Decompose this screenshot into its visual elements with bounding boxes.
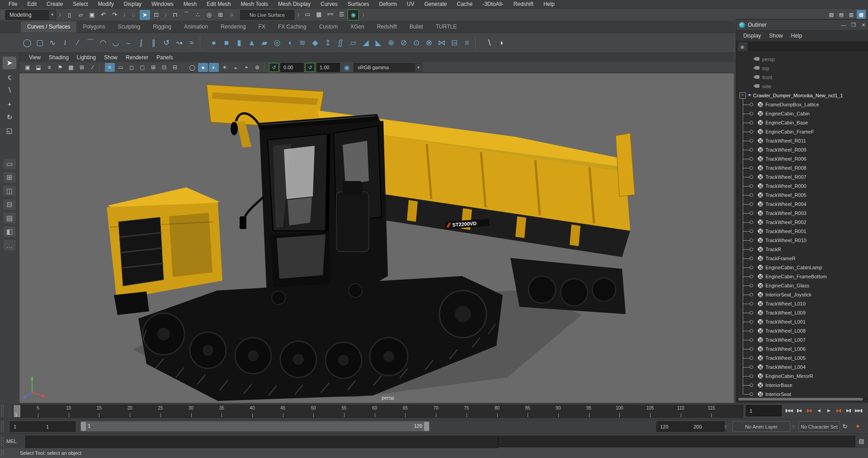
gate-mask-icon[interactable]: ▢ [137, 63, 147, 72]
new-scene-icon[interactable]: ▯ [64, 10, 75, 20]
outliner-item-persp[interactable]: persp [736, 55, 868, 64]
two-d-pan-zoom-icon[interactable]: ⊞ [77, 63, 87, 72]
outliner-item-interiorseat-joystick[interactable]: InteriorSeat_Joystick [736, 290, 868, 299]
pencil-curve-tool-icon[interactable]: ∕ [71, 35, 84, 51]
outliner-item-trackwheel-l009[interactable]: TrackWheel_L009 [736, 308, 868, 317]
outliner-titlebar[interactable]: Outliner — ❒ ✕ [736, 19, 868, 31]
outliner-item-trackframer[interactable]: TrackFrameR [736, 254, 868, 263]
maximize-icon[interactable]: ❒ [849, 21, 859, 29]
paint-effects-brush-icon[interactable]: ∖ [483, 35, 495, 51]
grid-icon[interactable]: ⌗ [105, 63, 115, 72]
make-object-live-icon[interactable]: ○ [226, 10, 237, 20]
current-frame-marker[interactable]: 1 [14, 405, 20, 417]
shelf-tab-turtle[interactable]: TURTLE [429, 21, 463, 33]
menu-surfaces[interactable]: Surfaces [343, 0, 374, 8]
chevron-down-icon[interactable]: ▽ [724, 425, 727, 429]
revolve-icon[interactable]: ◖ [283, 35, 296, 51]
outliner-item-enginecabin-mirrorr[interactable]: EngineCabin_MirrorR [736, 372, 868, 381]
menu-cache[interactable]: Cache [452, 0, 477, 8]
image-plane-icon[interactable]: ▦ [66, 63, 76, 72]
perspective-viewport[interactable]: ViewShadingLightingShowRendererPanels ▣⬓… [19, 53, 734, 403]
menu-set-dropdown[interactable]: Modeling ▼ [5, 10, 56, 20]
view-transform-icon[interactable]: ◉ [342, 63, 352, 72]
insert-isoparm-icon[interactable]: ≡ [461, 35, 473, 51]
smooth-shade-all-icon[interactable]: ● [198, 63, 208, 72]
menu-modify[interactable]: Modify [93, 0, 118, 8]
shelf-tab-curves-surfaces[interactable]: Curves / Surfaces [21, 21, 76, 33]
outliner-item-trackwheel-r003[interactable]: TrackWheel_R003 [736, 209, 868, 218]
use-all-lights-icon[interactable]: ☀ [220, 63, 230, 72]
outliner-item-top[interactable]: top [736, 64, 868, 73]
outliner-item-trackwheel-l007[interactable]: TrackWheel_L007 [736, 335, 868, 344]
textured-icon[interactable]: ◐ [209, 63, 219, 72]
open-render-view-icon[interactable]: ▭ [302, 10, 313, 19]
outliner-item-trackwheel-l001[interactable]: TrackWheel_L001 [736, 317, 868, 326]
outliner-item-trackwheel-r001[interactable]: TrackWheel_R001 [736, 227, 868, 236]
snap-to-view-planes-icon[interactable]: ⊞ [215, 10, 226, 20]
attach-curves-icon[interactable]: ∫ [135, 35, 147, 51]
view-transform-dropdown[interactable]: sRGB gamma ▼ [354, 63, 422, 72]
minimize-icon[interactable]: — [839, 21, 849, 29]
attach-surfaces-icon[interactable]: ⋈ [435, 35, 448, 51]
detach-curves-icon[interactable]: ∥ [147, 35, 160, 51]
redshift-render-view-icon[interactable]: ◉ [348, 10, 359, 20]
bookmarks-icon[interactable]: ⚑ [55, 63, 65, 72]
range-start-handle[interactable] [81, 422, 86, 431]
shelf-tab-rigging[interactable]: Rigging [146, 21, 178, 33]
redo-icon[interactable]: ↷ [109, 10, 120, 20]
animation-start-field[interactable]: 1 [10, 421, 42, 432]
menu-generate[interactable]: Generate [419, 0, 452, 8]
animation-end-field[interactable]: 200 [690, 421, 725, 432]
time-slider-grip[interactable] [1, 405, 4, 417]
nurbs-sphere-icon[interactable]: ● [208, 35, 220, 51]
outliner-menu-display[interactable]: Display [740, 32, 764, 40]
move-tool-icon[interactable]: + [3, 97, 16, 110]
viewport-menu-shading[interactable]: Shading [45, 53, 73, 62]
outliner-item-trackwheel-r008[interactable]: TrackWheel_R008 [736, 163, 868, 172]
outliner-item-crawler-dumper-morooka-new-ncl1-1[interactable]: −*Crawler_Dumper_Morooka_New_ncl1_1 [736, 91, 868, 100]
layout-single-pane-button[interactable]: ▭ [3, 158, 16, 170]
playback-end-field[interactable]: 120 [656, 421, 691, 432]
two-point-arc-icon[interactable]: ◡ [109, 35, 122, 51]
outliner-item-trackwheel-l010[interactable]: TrackWheel_L010 [736, 299, 868, 308]
menu-mesh[interactable]: Mesh [179, 0, 202, 8]
render-settings-icon[interactable]: ☰ [336, 10, 347, 19]
outliner-item-trackwheel-r010[interactable]: TrackWheel_R010 [736, 236, 868, 245]
viewport-menu-lighting[interactable]: Lighting [73, 53, 100, 62]
ep-curve-tool-icon[interactable]: ≀ [59, 35, 71, 51]
field-chart-icon[interactable]: ⊞ [148, 63, 158, 72]
outliner-item-enginecabin-framef[interactable]: EngineCabin_FrameF [736, 127, 868, 136]
collapse-expander-icon[interactable]: − [740, 92, 746, 99]
exposure-toggle-icon[interactable]: ↺ [269, 63, 279, 72]
menu-mesh-tools[interactable]: Mesh Tools [236, 0, 273, 8]
trim-tool-icon[interactable]: ⊘ [397, 35, 410, 51]
menu-3dtoall[interactable]: -3DtoAll- [477, 0, 509, 8]
nurbs-cone-icon[interactable]: ▲ [245, 35, 258, 51]
play-backwards-button[interactable]: ◀ [814, 404, 824, 417]
auto-keyframe-icon[interactable]: ✦ [853, 421, 863, 431]
nurbs-plane-icon[interactable]: ▰ [258, 35, 271, 51]
snap-to-grids-icon[interactable]: ⊓ [170, 10, 180, 20]
select-hierarchy-icon[interactable]: ◌ [128, 10, 139, 20]
shelf-tab-redshift[interactable]: Redshift [371, 21, 403, 33]
three-point-arc-icon[interactable]: ◠ [97, 35, 109, 51]
snap-to-projected-center-icon[interactable]: ◎ [204, 10, 214, 20]
command-language-button[interactable]: MEL [6, 437, 23, 446]
menu-redshift[interactable]: Redshift [509, 0, 538, 8]
step-forward-key-button[interactable]: ▶▮ [834, 404, 844, 417]
film-gate-icon[interactable]: ▭ [116, 63, 126, 72]
modeling-toolkit-icon[interactable]: ▧ [827, 10, 836, 19]
tool-settings-icon[interactable]: ▥ [847, 10, 856, 19]
outliner-item-enginecabin-base[interactable]: EngineCabin_Base [736, 118, 868, 127]
outliner-menu-help[interactable]: Help [787, 32, 806, 40]
shelf-tab-sculpting[interactable]: Sculpting [112, 21, 146, 33]
outliner-item-front[interactable]: front [736, 73, 868, 82]
untrim-icon[interactable]: ⊙ [410, 35, 423, 51]
menu-display[interactable]: Display [119, 0, 146, 8]
menu-deform[interactable]: Deform [374, 0, 401, 8]
select-object-icon[interactable]: ➤ [140, 10, 150, 20]
extrude-icon[interactable]: ↥ [321, 35, 334, 51]
project-curve-icon[interactable]: ⊕ [385, 35, 397, 51]
outliner-item-trackr[interactable]: TrackR [736, 245, 868, 254]
viewport-canvas[interactable]: ST2200VD [19, 73, 734, 403]
